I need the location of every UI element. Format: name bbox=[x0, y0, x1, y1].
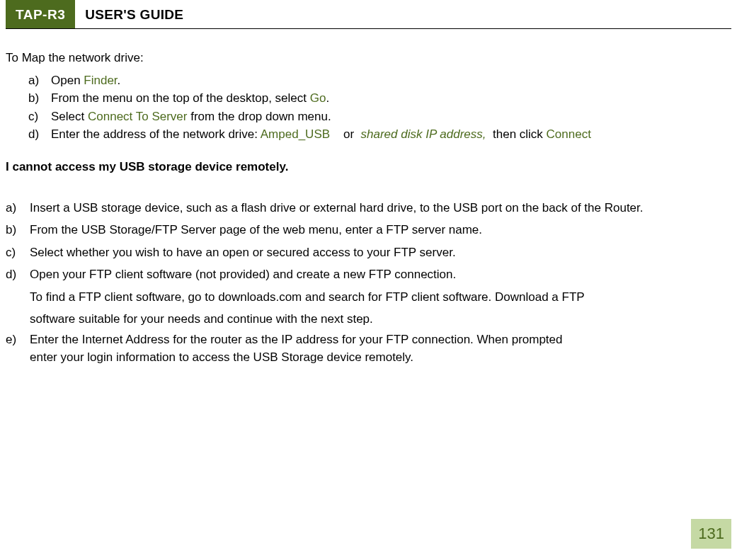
step-a: a)Open Finder. bbox=[28, 72, 731, 90]
remote-b-text: From the USB Storage/FTP Server page of … bbox=[30, 223, 482, 236]
remote-e-text1: Enter the Internet Address for the route… bbox=[30, 333, 563, 346]
shared-ip-text: shared disk IP address, bbox=[361, 127, 486, 141]
remote-step-b: b)From the USB Storage/FTP Server page o… bbox=[6, 219, 731, 241]
document-title: USER'S GUIDE bbox=[75, 0, 193, 28]
remote-d-text: Open your FTP client software (not provi… bbox=[30, 268, 456, 281]
step-c: c)Select Connect To Server from the drop… bbox=[28, 108, 731, 126]
step-d-prefix: Enter the address of the network drive: bbox=[51, 127, 261, 141]
remote-marker-e: e) bbox=[6, 331, 30, 349]
troubleshoot-heading: I cannot access my USB storage device re… bbox=[6, 158, 731, 176]
remote-c-text: Select whether you wish to have an open … bbox=[30, 246, 456, 259]
page-header: TAP-R3 USER'S GUIDE bbox=[6, 0, 731, 29]
marker-b: b) bbox=[28, 89, 51, 108]
marker-a: a) bbox=[28, 72, 51, 90]
step-d-or: or bbox=[330, 127, 360, 141]
step-a-suffix: . bbox=[118, 74, 121, 87]
page-content: To Map the network drive: a)Open Finder.… bbox=[0, 29, 737, 367]
page-number: 131 bbox=[691, 519, 731, 549]
step-b: b)From the menu on the top of the deskto… bbox=[28, 89, 731, 108]
intro-text: To Map the network drive: bbox=[6, 49, 731, 67]
remote-step-e: e)Enter the Internet Address for the rou… bbox=[6, 331, 731, 367]
remote-a-text: Insert a USB storage device, such as a f… bbox=[30, 201, 644, 215]
amped-usb-text: Amped_USB bbox=[261, 127, 330, 141]
connect-server-text: Connect To Server bbox=[88, 110, 187, 123]
step-b-prefix: From the menu on the top of the desktop,… bbox=[51, 91, 310, 105]
go-text: Go bbox=[310, 91, 326, 105]
remote-marker-a: a) bbox=[6, 197, 30, 219]
step-b-suffix: . bbox=[326, 91, 329, 105]
remote-e-text2: enter your login information to access t… bbox=[30, 348, 731, 367]
step-c-suffix: from the drop down menu. bbox=[187, 110, 331, 123]
finder-text: Finder bbox=[84, 74, 117, 87]
step-c-prefix: Select bbox=[51, 110, 88, 123]
remote-step-c: c)Select whether you wish to have an ope… bbox=[6, 241, 731, 263]
remote-access-steps: a)Insert a USB storage device, such as a… bbox=[6, 197, 731, 367]
remote-step-a: a)Insert a USB storage device, such as a… bbox=[6, 197, 731, 219]
remote-marker-b: b) bbox=[6, 219, 30, 241]
step-a-prefix: Open bbox=[51, 74, 84, 87]
remote-marker-c: c) bbox=[6, 241, 30, 263]
map-drive-steps: a)Open Finder. b)From the menu on the to… bbox=[6, 72, 731, 144]
remote-marker-d: d) bbox=[6, 263, 30, 285]
marker-c: c) bbox=[28, 108, 51, 126]
remote-d-sub2: software suitable for your needs and con… bbox=[30, 308, 731, 330]
product-badge: TAP-R3 bbox=[6, 0, 75, 28]
step-d-then: then click bbox=[486, 127, 547, 141]
remote-d-sub1: To find a FTP client software, go to dow… bbox=[30, 286, 731, 308]
connect-text: Connect bbox=[547, 127, 591, 141]
marker-d: d) bbox=[28, 125, 51, 144]
remote-step-d: d)Open your FTP client software (not pro… bbox=[6, 263, 731, 330]
step-d: d)Enter the address of the network drive… bbox=[28, 125, 731, 144]
